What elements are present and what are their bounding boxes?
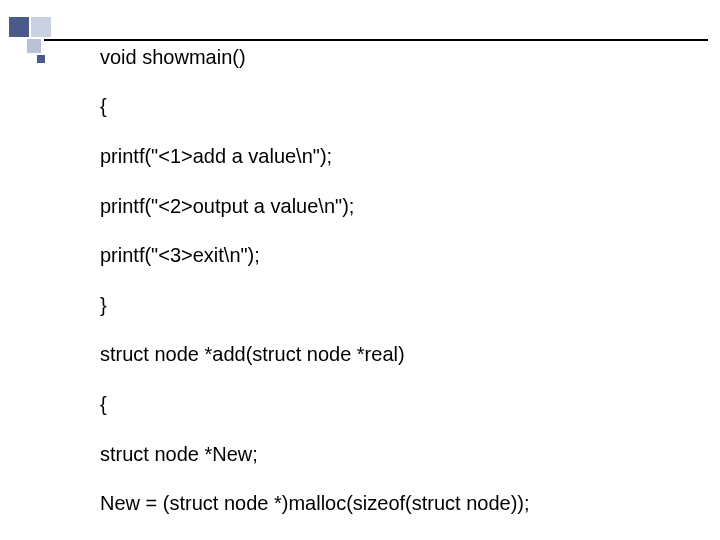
deco-square-dark-2 <box>36 54 46 64</box>
code-line: void showmain() <box>100 45 700 70</box>
code-line: printf("<2>output a value\n"); <box>100 194 700 219</box>
code-line: struct node *add(struct node *real) <box>100 342 700 367</box>
deco-square-light-2 <box>26 38 42 54</box>
code-line: struct node *New; <box>100 442 700 467</box>
code-line: { <box>100 392 700 417</box>
deco-square-dark-1 <box>8 16 30 38</box>
code-line: { <box>100 94 700 119</box>
deco-square-light-1 <box>30 16 52 38</box>
code-line: printf("<3>exit\n"); <box>100 243 700 268</box>
code-listing: void showmain() { printf("<1>add a value… <box>100 20 700 540</box>
code-line: } <box>100 293 700 318</box>
code-line: printf("<1>add a value\n"); <box>100 144 700 169</box>
code-line: New = (struct node *)malloc(sizeof(struc… <box>100 491 700 516</box>
